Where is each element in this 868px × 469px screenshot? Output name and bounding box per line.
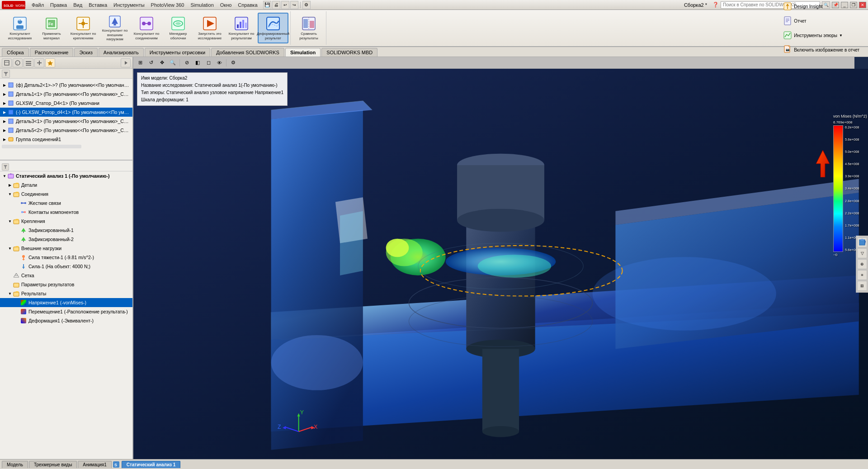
ft-fixed-2[interactable]: Зафиксированный-2	[0, 235, 132, 244]
menu-item-insert[interactable]: Вставка	[86, 1, 110, 9]
ft-displacement-result[interactable]: Перемещение1 (-Расположение результата-)	[0, 307, 132, 316]
plot-tools-button[interactable]: Инструменты эпюры ▼	[781, 29, 845, 41]
3d-viewport[interactable]: ⊞ ↺ ✥ 🔍 ⊘ ◧ ◻ 👁 ⚙	[133, 57, 868, 459]
apply-material-button[interactable]: Fe Применитьматериал	[36, 13, 67, 43]
add-to-report-button[interactable]: 📷 Включить изображение в отчет	[781, 44, 862, 56]
svg-marker-122	[340, 211, 363, 275]
fm-star-btn[interactable]	[45, 58, 55, 67]
ft-stress-result[interactable]: Напряжение1 (-vonMises-)	[0, 298, 132, 307]
simulation-tree-section: ▼ Статический анализ 1 (-По умолчанию-) …	[0, 160, 132, 327]
window-controls: Сборка2 *	[684, 2, 711, 8]
svg-point-115	[478, 255, 552, 278]
tab-static-analysis[interactable]: Статический анализ 1	[122, 461, 181, 468]
tab-3d-views[interactable]: Трехмерные виды	[29, 461, 77, 468]
shell-manager-button[interactable]: Менеджероболочки	[163, 13, 193, 43]
ft-results-folder[interactable]: ▼ Результаты	[0, 289, 132, 298]
ft-item-stator[interactable]: ▶ GLXSW_Статор_D4<1> (По умолчани	[0, 99, 132, 108]
tab-mbd[interactable]: SOLIDWORKS MBD	[321, 48, 377, 57]
sim-filter-btn[interactable]	[2, 163, 9, 171]
ft-result-params-folder[interactable]: Параметры результатов	[0, 280, 132, 289]
filter-toolbar	[0, 69, 132, 79]
zoom-fit-btn[interactable]: ⊞	[135, 58, 145, 67]
view-display-btn[interactable]: ◧	[193, 58, 203, 67]
rotate-btn[interactable]: ↺	[146, 58, 156, 67]
ft-item-part3[interactable]: ▶ Деталь3<1> (По умолчанию<<По умолчанию…	[0, 117, 132, 126]
svg-text:WORKS: WORKS	[15, 4, 25, 7]
pan-btn[interactable]: ✥	[157, 58, 167, 67]
ft-rigid-links[interactable]: Жесткие связи	[0, 199, 132, 208]
view-options-btn[interactable]: ▽	[857, 248, 867, 258]
ft-mesh-folder[interactable]: Сетка	[0, 271, 132, 280]
ft-contacts[interactable]: Контакты компонентов	[0, 208, 132, 217]
tab-model[interactable]: Модель	[2, 461, 28, 468]
quick-print-icon[interactable]: 🖨	[272, 1, 280, 9]
run-study-button[interactable]: Запустить этоисследование	[194, 13, 225, 43]
menu-item-simulation[interactable]: Simulation	[188, 1, 216, 9]
ft-study-node[interactable]: ▼ Статический анализ 1 (-По умолчанию-)	[0, 171, 132, 180]
ft-loads-folder[interactable]: ▼ Внешние нагрузки	[0, 244, 132, 253]
ft-connections-folder[interactable]: ▼ Соединения	[0, 189, 132, 199]
view-cube-btn[interactable]	[857, 237, 867, 247]
fm-plus-btn[interactable]	[34, 58, 44, 67]
menu-item-edit[interactable]: Правка	[47, 1, 70, 9]
ft-item-part5-2[interactable]: ▶ Деталь5<2> (По умолчанию<<По умолчанию…	[0, 126, 132, 135]
consult-research-button[interactable]: SW Консультантисследования	[5, 13, 35, 43]
filter-view-btn[interactable]: ≡	[857, 270, 867, 280]
consult-results-button[interactable]: Консультант порезультатам	[226, 13, 257, 43]
ft-force-1[interactable]: Сила-1 (На объект: 4000 N;)	[0, 262, 132, 271]
fm-feature-tree-btn[interactable]	[2, 58, 12, 67]
svg-rect-50	[26, 65, 31, 66]
assembly-viz-btn[interactable]: ⚙	[228, 58, 238, 67]
menu-item-window[interactable]: Окно	[217, 1, 235, 9]
consult-loads-button[interactable]: Консультант повнешним нагрузкам	[99, 13, 130, 43]
run-study-label: Запустить этоисследование	[198, 32, 222, 40]
tab-sketch[interactable]: Эскиз	[74, 48, 97, 57]
3d-canvas[interactable]: X Y Z Имя модели: Сборка2 Название иссле…	[133, 69, 868, 459]
plot-tools-arrow[interactable]: ▼	[839, 33, 843, 38]
svg-rect-37	[784, 17, 791, 25]
zoom-btn[interactable]: ⊕	[857, 259, 867, 269]
section-view-btn[interactable]: ⊘	[182, 58, 192, 67]
menu-item-photoview[interactable]: PhotoView 360	[148, 1, 187, 9]
deformed-result-button[interactable]: Деформированныйрезультат	[258, 13, 288, 43]
ft-fixtures-folder[interactable]: ▼ Крепления	[0, 217, 132, 226]
report-button[interactable]: Отчет	[781, 15, 808, 27]
consult-connections-button[interactable]: Консультант посоединениям	[131, 13, 162, 43]
fm-expand-right-btn[interactable]	[121, 58, 131, 67]
ft-strain-result[interactable]: Деформация1 (-Эквивалент-)	[0, 316, 132, 325]
svg-text:Z: Z	[278, 424, 281, 430]
ft-gravity[interactable]: Сила тяжести-1 (-9.81 m/s^2-)	[0, 253, 132, 262]
menu-item-tools[interactable]: Инструменты	[111, 1, 147, 9]
hide-show-btn[interactable]: 👁	[214, 58, 224, 67]
tab-simulation[interactable]: Simulation	[285, 48, 321, 57]
quick-save-icon[interactable]: 💾	[263, 1, 271, 9]
tab-layout[interactable]: Расположение	[30, 48, 74, 57]
ft-fixed-1[interactable]: Зафиксированный-1	[0, 226, 132, 235]
ft-item-conngroup[interactable]: ▶ Группа соединений1	[0, 135, 132, 144]
ft-item-part1[interactable]: ▶ Деталь1<1> (По умолчанию<<По умолчанию…	[0, 90, 132, 99]
zoom-in-btn[interactable]: 🔍	[168, 58, 178, 67]
menu-item-file[interactable]: Файл	[29, 1, 47, 9]
display-style-btn[interactable]: ◻	[203, 58, 213, 67]
tab-solidworks-addins[interactable]: Добавления SOLIDWORKS	[211, 48, 284, 57]
tab-assembly[interactable]: Сборка	[2, 48, 29, 57]
tab-analyze[interactable]: Анализировать	[99, 48, 144, 57]
tab-animation[interactable]: Анимация1	[78, 461, 112, 468]
tab-render-tools[interactable]: Инструменты отрисовки	[145, 48, 210, 57]
options-icon[interactable]: ⚙	[302, 1, 311, 9]
filter-btn[interactable]	[2, 70, 10, 78]
ft-item-part2[interactable]: ▶ (ф) Деталь2<1>->? (По умолчанию<<По ум…	[0, 81, 132, 90]
fm-property-btn[interactable]: i	[13, 58, 23, 67]
design-insight-button[interactable]: Design Insight	[781, 0, 825, 12]
consult-fixtures-button[interactable]: Консультант покреплениям	[68, 13, 99, 43]
layer-btn[interactable]: ⊞	[857, 281, 867, 291]
quick-redo-icon[interactable]: ↪	[290, 1, 298, 9]
ft-item-rotor[interactable]: ▶ (-) GLXSW_Ротор_d4<1> (По умолчанию<<П…	[0, 108, 132, 117]
quick-undo-icon[interactable]: ↩	[281, 1, 289, 9]
compare-results-button[interactable]: Сравнитьрезультаты	[293, 13, 324, 43]
feature-tree: ▶ (ф) Деталь2<1>->? (По умолчанию<<По ум…	[0, 79, 132, 160]
fm-config-btn[interactable]	[24, 58, 33, 67]
ft-details-folder[interactable]: ▶ Детали	[0, 180, 132, 189]
menu-item-view[interactable]: Вид	[71, 1, 85, 9]
menu-item-help[interactable]: Справка	[235, 1, 260, 9]
